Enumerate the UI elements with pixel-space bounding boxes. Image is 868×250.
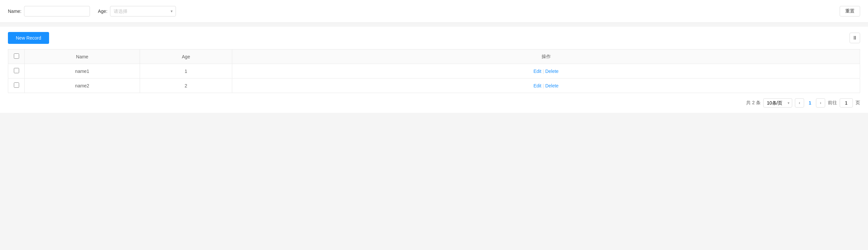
table-header-row: Name Age 操作 <box>8 50 860 64</box>
row-age: 2 <box>140 79 232 93</box>
age-label: Age: <box>98 8 107 14</box>
next-icon: › <box>820 101 821 105</box>
delete-link[interactable]: Delete <box>545 68 558 74</box>
age-select-wrapper: 请选择 ▾ <box>110 6 176 17</box>
name-input[interactable] <box>24 6 90 17</box>
header-action: 操作 <box>232 50 860 64</box>
action-divider: | <box>543 83 544 88</box>
row-checkbox-cell <box>8 79 25 93</box>
row-actions: Edit | Delete <box>232 64 860 79</box>
row-name: name1 <box>25 64 140 79</box>
header-checkbox-cell <box>8 50 25 64</box>
name-filter-item: Name: <box>8 6 90 17</box>
edit-link[interactable]: Edit <box>533 83 541 88</box>
table-row: name1 1 Edit | Delete <box>8 64 860 79</box>
prev-icon: ‹ <box>799 101 800 105</box>
action-links: Edit | Delete <box>238 83 855 88</box>
page-size-select[interactable]: 10条/页 20条/页 50条/页 <box>763 98 792 108</box>
pagination-total: 共 2 条 <box>746 100 761 106</box>
row-checkbox-cell <box>8 64 25 79</box>
header-age: Age <box>140 50 232 64</box>
data-table: Name Age 操作 name1 1 Edit | Delete <box>8 49 860 93</box>
new-record-button[interactable]: New Record <box>8 32 49 44</box>
select-all-checkbox[interactable] <box>14 53 19 59</box>
row-checkbox[interactable] <box>14 68 19 73</box>
goto-input[interactable] <box>840 98 853 108</box>
filter-bar: Name: Age: 请选择 ▾ 重置 <box>0 0 868 23</box>
action-divider: | <box>543 68 544 74</box>
action-links: Edit | Delete <box>238 68 855 74</box>
row-actions: Edit | Delete <box>232 79 860 93</box>
name-label: Name: <box>8 8 22 14</box>
delete-link[interactable]: Delete <box>545 83 558 88</box>
age-filter-item: Age: 请选择 ▾ <box>98 6 176 17</box>
next-page-button[interactable]: › <box>816 98 825 108</box>
page-size-wrapper: 10条/页 20条/页 50条/页 ▾ <box>763 98 792 108</box>
current-page: 1 <box>807 100 813 106</box>
row-name: name2 <box>25 79 140 93</box>
pause-icon: ⏸ <box>852 35 858 41</box>
content-area: New Record ⏸ Name Age 操作 name1 1 <box>0 27 868 113</box>
age-select[interactable]: 请选择 <box>110 6 176 17</box>
toolbar: New Record ⏸ <box>8 32 860 44</box>
row-checkbox[interactable] <box>14 82 19 88</box>
header-name: Name <box>25 50 140 64</box>
prev-page-button[interactable]: ‹ <box>795 98 804 108</box>
table-row: name2 2 Edit | Delete <box>8 79 860 93</box>
reset-button[interactable]: 重置 <box>840 6 860 17</box>
edit-link[interactable]: Edit <box>533 68 541 74</box>
row-age: 1 <box>140 64 232 79</box>
page-label: 页 <box>856 100 860 106</box>
pause-button[interactable]: ⏸ <box>849 33 860 43</box>
table-body: name1 1 Edit | Delete name2 2 Edit | Del… <box>8 64 860 93</box>
pagination: 共 2 条 10条/页 20条/页 50条/页 ▾ ‹ 1 › 前往 页 <box>8 98 860 108</box>
goto-label: 前往 <box>828 100 837 106</box>
